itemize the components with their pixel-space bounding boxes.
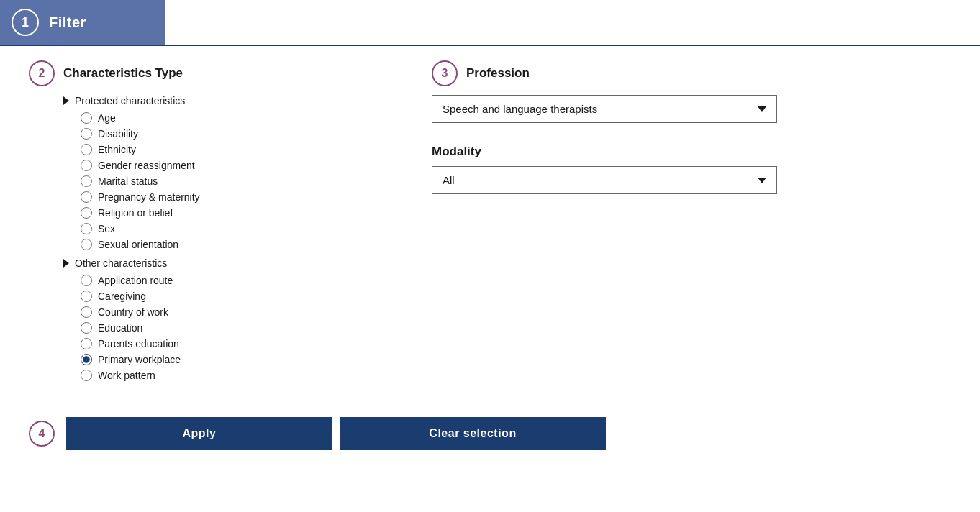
list-item[interactable]: Ethnicity	[81, 144, 374, 155]
marital-status-radio[interactable]	[81, 175, 92, 187]
parents-education-radio[interactable]	[81, 338, 92, 349]
primary-workplace-radio[interactable]	[81, 354, 92, 365]
modality-chevron-icon	[758, 178, 766, 183]
list-item[interactable]: Country of work	[81, 306, 374, 318]
profession-selected-value: Speech and language therapists	[443, 103, 597, 115]
religion-belief-radio[interactable]	[81, 207, 92, 219]
ethnicity-label: Ethnicity	[98, 144, 136, 155]
sex-label: Sex	[98, 223, 115, 234]
list-item[interactable]: Caregiving	[81, 291, 374, 302]
education-label: Education	[98, 322, 142, 334]
main-content: 2 Characteristics Type Protected charact…	[0, 46, 980, 403]
country-of-work-label: Country of work	[98, 306, 168, 318]
profession-section-header: 3 Profession	[432, 60, 951, 86]
caregiving-label: Caregiving	[98, 291, 146, 302]
sex-radio[interactable]	[81, 223, 92, 234]
country-of-work-radio[interactable]	[81, 306, 92, 318]
modality-dropdown[interactable]: All	[432, 166, 777, 194]
education-radio[interactable]	[81, 322, 92, 334]
page-wrapper: 1 Filter 2 Characteristics Type Protecte…	[0, 0, 980, 512]
pregnancy-maternity-label: Pregnancy & maternity	[98, 191, 200, 203]
other-group-triangle	[63, 259, 69, 268]
ethnicity-radio[interactable]	[81, 144, 92, 155]
profession-section-title: Profession	[466, 66, 530, 81]
right-panel: 3 Profession Speech and language therapi…	[374, 60, 951, 388]
apply-button[interactable]: Apply	[66, 417, 332, 450]
list-item[interactable]: Pregnancy & maternity	[81, 191, 374, 203]
list-item[interactable]: Sexual orientation	[81, 239, 374, 250]
protected-group-label: Protected characteristics	[63, 95, 374, 106]
pregnancy-maternity-radio[interactable]	[81, 191, 92, 203]
primary-workplace-label: Primary workplace	[98, 354, 181, 365]
parents-education-label: Parents education	[98, 338, 179, 349]
action-bar: 4 Apply Clear selection	[0, 410, 980, 457]
list-item[interactable]: Religion or belief	[81, 207, 374, 219]
protected-items-list: Age Disability Ethnicity Gender reassign…	[81, 112, 374, 250]
gender-reassignment-label: Gender reassignment	[98, 160, 195, 171]
disability-label: Disability	[98, 128, 138, 140]
disability-radio[interactable]	[81, 128, 92, 140]
gender-reassignment-radio[interactable]	[81, 160, 92, 171]
list-item[interactable]: Age	[81, 112, 374, 124]
application-route-label: Application route	[98, 275, 173, 286]
list-item[interactable]: Disability	[81, 128, 374, 140]
list-item[interactable]: Parents education	[81, 338, 374, 349]
list-item[interactable]: Education	[81, 322, 374, 334]
modality-selected-value: All	[443, 174, 455, 186]
list-item[interactable]: Application route	[81, 275, 374, 286]
protected-group-text: Protected characteristics	[75, 95, 185, 106]
protected-group-triangle	[63, 96, 69, 105]
work-pattern-label: Work pattern	[98, 370, 155, 381]
characteristics-step-number: 2	[29, 60, 55, 86]
religion-belief-label: Religion or belief	[98, 207, 173, 219]
profession-dropdown[interactable]: Speech and language therapists	[432, 95, 777, 123]
list-item[interactable]: Gender reassignment	[81, 160, 374, 171]
caregiving-radio[interactable]	[81, 291, 92, 302]
profession-step-number: 3	[432, 60, 458, 86]
header-title: Filter	[49, 14, 86, 31]
age-label: Age	[98, 112, 116, 124]
modality-label: Modality	[432, 145, 951, 159]
other-items-list: Application route Caregiving Country of …	[81, 275, 374, 381]
left-panel: 2 Characteristics Type Protected charact…	[29, 60, 374, 388]
work-pattern-radio[interactable]	[81, 370, 92, 381]
marital-status-label: Marital status	[98, 175, 158, 187]
age-radio[interactable]	[81, 112, 92, 124]
characteristics-section-title: Characteristics Type	[63, 66, 183, 81]
action-step-number: 4	[29, 421, 55, 447]
list-item[interactable]: Work pattern	[81, 370, 374, 381]
filter-header: 1 Filter	[0, 0, 165, 45]
list-item[interactable]: Sex	[81, 223, 374, 234]
profession-chevron-icon	[758, 106, 766, 112]
characteristics-section-header: 2 Characteristics Type	[29, 60, 374, 86]
clear-selection-button[interactable]: Clear selection	[340, 417, 606, 450]
sexual-orientation-label: Sexual orientation	[98, 239, 178, 250]
sexual-orientation-radio[interactable]	[81, 239, 92, 250]
list-item[interactable]: Primary workplace	[81, 354, 374, 365]
list-item[interactable]: Marital status	[81, 175, 374, 187]
other-group-text: Other characteristics	[75, 257, 167, 269]
other-group-label: Other characteristics	[63, 257, 374, 269]
application-route-radio[interactable]	[81, 275, 92, 286]
header-step-number: 1	[12, 9, 39, 36]
characteristics-tree: Protected characteristics Age Disability…	[63, 95, 374, 381]
